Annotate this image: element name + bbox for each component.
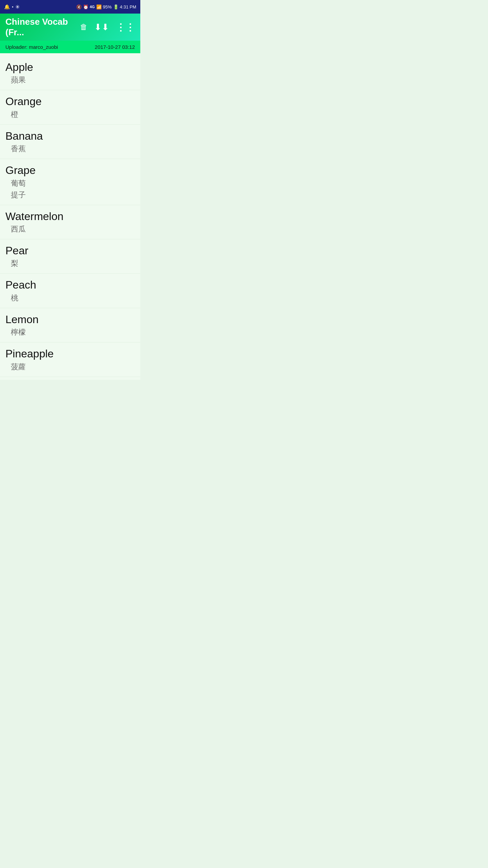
- vocab-list: Apple蘋果Orange橙Banana香蕉Grape葡萄提子Watermelo…: [0, 53, 140, 380]
- battery-text: 95%: [103, 4, 112, 9]
- vocab-item[interactable]: Apple蘋果: [0, 56, 140, 90]
- network-4g-icon: 4G: [90, 5, 95, 9]
- vocab-english-5: Pear: [5, 244, 135, 257]
- sub-header: Uploader: marco_zuobi 2017-10-27 03:12: [0, 41, 140, 53]
- vocab-chinese-3-0: 葡萄: [5, 178, 135, 189]
- vocab-english-7: Lemon: [5, 313, 135, 326]
- vocab-item[interactable]: Peach桃: [0, 274, 140, 308]
- vocab-chinese-5-0: 梨: [5, 258, 135, 269]
- status-left-icons: 🔔 ▪ ✳: [4, 4, 20, 10]
- vocab-english-2: Banana: [5, 130, 135, 142]
- vocab-item[interactable]: Banana香蕉: [0, 125, 140, 159]
- vocab-chinese-6-0: 桃: [5, 293, 135, 303]
- vocab-english-8: Pineapple: [5, 347, 135, 360]
- mute-icon: 🔇: [76, 4, 82, 9]
- vocab-english-4: Watermelon: [5, 210, 135, 223]
- vocab-item[interactable]: Orange橙: [0, 90, 140, 124]
- app-bar-actions: ⬇ ⋮: [80, 22, 135, 33]
- app-bar-title: Chinese Vocab (Fr...: [5, 17, 76, 38]
- vocab-chinese-4-0: 西瓜: [5, 224, 135, 234]
- upload-date: 2017-10-27 03:12: [95, 44, 135, 50]
- vocab-chinese-8-0: 菠蘿: [5, 362, 135, 372]
- vocab-item[interactable]: Lemon檸檬: [0, 308, 140, 342]
- alarm-icon: ⏰: [83, 4, 88, 9]
- vocab-chinese-0-0: 蘋果: [5, 75, 135, 85]
- vocab-english-3: Grape: [5, 164, 135, 177]
- vocab-english-1: Orange: [5, 95, 135, 108]
- download-button[interactable]: ⬇: [94, 22, 109, 33]
- more-options-button[interactable]: ⋮: [116, 22, 135, 33]
- uploader-info: Uploader: marco_zuobi: [5, 44, 58, 50]
- vocab-item[interactable]: Grape葡萄提子: [0, 159, 140, 205]
- image-icon: ▪: [12, 4, 13, 9]
- battery-icon: 🔋: [113, 4, 119, 9]
- vocab-item[interactable]: Watermelon西瓜: [0, 205, 140, 239]
- signal-icon: 📶: [96, 4, 102, 9]
- status-right-info: 🔇 ⏰ 4G 📶 95% 🔋 4:31 PM: [76, 4, 136, 9]
- settings-icon: ✳: [15, 4, 20, 10]
- delete-button[interactable]: [80, 23, 87, 32]
- vocab-chinese-1-0: 橙: [5, 110, 135, 120]
- app-bar: Chinese Vocab (Fr... ⬇ ⋮: [0, 14, 140, 41]
- status-bar: 🔔 ▪ ✳ 🔇 ⏰ 4G 📶 95% 🔋 4:31 PM: [0, 0, 140, 14]
- bell-icon: 🔔: [4, 4, 10, 9]
- vocab-english-0: Apple: [5, 61, 135, 74]
- vocab-english-6: Peach: [5, 278, 135, 291]
- vocab-item[interactable]: Pear梨: [0, 239, 140, 274]
- vocab-chinese-2-0: 香蕉: [5, 144, 135, 154]
- time-display: 4:31 PM: [120, 4, 136, 9]
- vocab-chinese-7-0: 檸檬: [5, 327, 135, 337]
- vocab-chinese-3-1: 提子: [5, 190, 135, 200]
- vocab-item[interactable]: Pineapple菠蘿: [0, 342, 140, 377]
